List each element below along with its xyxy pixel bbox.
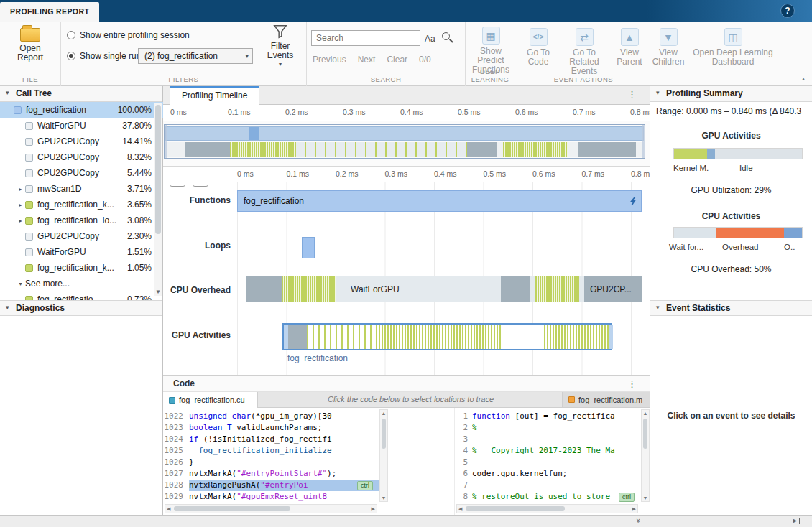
tree-expander-icon[interactable]: ▸ <box>16 186 25 192</box>
timeline-menu-icon[interactable]: ⋮ <box>627 89 637 100</box>
code-line[interactable]: 5 <box>455 457 640 468</box>
horizontal-scrollbar[interactable]: ◀ ▶ <box>165 504 377 513</box>
skip-to-end-icon[interactable]: ► <box>792 517 800 524</box>
loops-event-bar[interactable] <box>302 237 315 258</box>
tab-m-file[interactable]: fog_rectification.m <box>562 392 650 407</box>
code-line[interactable]: 1029nvtxMarkA("#gpuEmxReset_uint8 <box>163 491 379 503</box>
call-tree-item[interactable]: WaitForGPU1.51% <box>0 244 163 260</box>
run-selector-dropdown[interactable]: (2) fog_rectification ▾ <box>138 48 253 64</box>
tab-profiling-timeline[interactable]: Profiling Timeline <box>170 86 259 105</box>
call-tree-scrollbar[interactable]: ▼ <box>154 103 162 296</box>
cpu-overhead-row[interactable]: WaitForGPU GPU2CP... <box>236 276 642 302</box>
search-input[interactable] <box>311 30 420 46</box>
tree-expander-icon[interactable]: ▸ <box>16 202 25 208</box>
horizontal-scrollbar[interactable]: ◀ ▶ <box>456 504 638 513</box>
view-children-button[interactable]: ▼ View Children <box>649 24 688 67</box>
gpu-activities-row[interactable] <box>236 323 642 352</box>
help-button[interactable]: ? <box>780 4 795 18</box>
scroll-page-down-icon[interactable]: » <box>635 518 643 523</box>
scroll-down-icon[interactable]: ▼ <box>154 289 162 295</box>
code-line[interactable]: 1023boolean_T validLaunchParams; <box>163 422 379 434</box>
code-line[interactable]: 1function [out] = fog_rectifica <box>455 411 640 422</box>
code-menu-icon[interactable]: ⋮ <box>627 378 637 389</box>
radio-show-single-run[interactable]: Show single run <box>67 51 141 61</box>
overview-selection-handle[interactable] <box>164 124 645 159</box>
match-case-button[interactable]: Aa <box>425 34 435 44</box>
code-line[interactable]: 6coder.gpu.kernelfun; <box>455 468 640 480</box>
call-tree-item[interactable]: CPU2GPUCopy5.44% <box>0 165 163 181</box>
previous-button[interactable]: Previous <box>313 55 346 65</box>
call-tree-item[interactable]: ▸mwScan1D3.71% <box>0 181 163 197</box>
vertical-scrollbar[interactable]: ▲ ▼ <box>379 409 388 502</box>
call-tree-item[interactable]: GPU2CPUCopy2.30% <box>0 228 163 244</box>
open-report-button[interactable]: Open Report <box>6 23 55 62</box>
timeline-overview[interactable] <box>163 121 650 167</box>
code-line[interactable]: 4% Copyright 2017-2023 The Ma <box>455 445 640 457</box>
bottom-scrollbar-strip[interactable]: » ► <box>0 515 812 527</box>
cpu-event-segment[interactable] <box>282 276 336 302</box>
call-tree-item[interactable]: ▸fog_rectification_k...3.65% <box>0 197 163 213</box>
gpu-copy-event[interactable]: GPU2CP... <box>584 276 642 302</box>
call-tree-item[interactable]: ▸fog_rectification_lo...3.08% <box>0 213 163 228</box>
gpu-selected-event-bar[interactable] <box>282 323 612 350</box>
view-parent-button[interactable]: ▲ View Parent <box>612 24 647 67</box>
diagnostics-header[interactable]: ▾ Diagnostics <box>0 300 162 316</box>
tree-expander-icon[interactable]: ▸ <box>16 218 25 224</box>
radio-show-entire-session[interactable]: Show entire profiling session <box>67 30 190 40</box>
call-tree-item[interactable]: GPU2CPUCopy14.41% <box>0 134 163 149</box>
scroll-up-icon[interactable]: ▲ <box>642 411 649 416</box>
scroll-right-icon[interactable]: ▶ <box>632 506 636 512</box>
vertical-scrollbar[interactable]: ▲ ▼ <box>641 409 650 502</box>
cpu-activities-bar[interactable] <box>673 227 803 238</box>
code-line[interactable]: 7 <box>455 480 640 491</box>
code-line[interactable]: 8% restoreOut is used to storectrl <box>455 491 640 503</box>
scrollbar-thumb[interactable] <box>643 419 647 449</box>
call-tree-item[interactable]: fog_rectification100.00% <box>0 102 163 118</box>
search-icon[interactable] <box>442 32 450 40</box>
filter-events-button[interactable]: Filter Events ▾ <box>257 24 304 67</box>
scrollbar-thumb[interactable] <box>174 506 290 511</box>
cpu-event-segment[interactable] <box>246 276 282 302</box>
scrollbar-thumb[interactable] <box>382 419 386 449</box>
code-line[interactable]: 1024if (!isInitialized_fog_rectifi <box>163 434 379 445</box>
code-line[interactable]: 1025 fog_rectification_initialize <box>163 445 379 457</box>
cpu-event-segment[interactable] <box>501 276 530 302</box>
cpu-event-segment[interactable] <box>530 276 535 302</box>
cpu-wait-event[interactable]: WaitForGPU <box>336 276 501 302</box>
call-tree-item[interactable]: CPU2GPUCopy8.32% <box>0 149 163 165</box>
call-tree-header[interactable]: ▾ Call Tree <box>0 86 162 102</box>
open-deep-learning-dashboard-button[interactable]: ◫ Open Deep Learning Dashboard <box>691 24 775 67</box>
collapse-toolstrip-button[interactable]: ▴ <box>801 75 806 82</box>
go-to-code-button[interactable]: </> Go To Code <box>520 24 557 67</box>
next-button[interactable]: Next <box>358 55 376 65</box>
functions-event-bar[interactable]: fog_rectification <box>237 190 642 212</box>
scrollbar-thumb[interactable] <box>466 506 565 511</box>
cpu-event-segment[interactable] <box>579 276 584 302</box>
scroll-down-icon[interactable]: ▼ <box>380 495 387 500</box>
clear-button[interactable]: Clear <box>387 55 407 65</box>
event-statistics-header[interactable]: ▾ Event Statistics <box>650 300 812 316</box>
code-line[interactable]: 1028nvtxRangePushA("#entryPoictrl <box>163 480 379 491</box>
call-tree-item[interactable]: fog_rectification_k...1.05% <box>0 260 163 276</box>
scroll-down-icon[interactable]: ▼ <box>642 495 649 500</box>
call-tree-item[interactable]: fog_rectificatio...0.73% <box>0 292 163 300</box>
code-line[interactable]: 1022unsigned char(*gpu_im_gray)[30 <box>163 411 379 422</box>
scroll-up-icon[interactable]: ▲ <box>380 411 387 416</box>
go-to-related-events-button[interactable]: ⇄ Go To Related Events <box>558 24 610 76</box>
tab-cu-file[interactable]: fog_rectification.cu <box>163 392 258 408</box>
gpu-activities-bar[interactable] <box>673 148 803 159</box>
tree-expander-icon[interactable]: ▾ <box>16 281 25 287</box>
profiling-summary-header[interactable]: ▾ Profiling Summary <box>650 86 812 102</box>
code-line[interactable]: 1027nvtxMarkA("#entryPointStart#"); <box>163 468 379 480</box>
selection-handle-right[interactable] <box>609 325 613 349</box>
tab-profiling-report[interactable]: PROFILING REPORT <box>0 2 99 22</box>
code-line[interactable]: 1026} <box>163 457 379 468</box>
code-line[interactable]: 2% <box>455 422 640 434</box>
scroll-right-icon[interactable]: ▶ <box>372 506 375 512</box>
cpu-event-segment[interactable] <box>535 276 579 302</box>
call-tree-item[interactable]: ▾See more... <box>0 276 163 292</box>
scrollbar-thumb[interactable] <box>155 105 161 234</box>
scroll-left-icon[interactable]: ◀ <box>167 506 170 512</box>
call-tree-item[interactable]: WaitForGPU37.80% <box>0 118 163 134</box>
code-line[interactable]: 3 <box>455 434 640 445</box>
